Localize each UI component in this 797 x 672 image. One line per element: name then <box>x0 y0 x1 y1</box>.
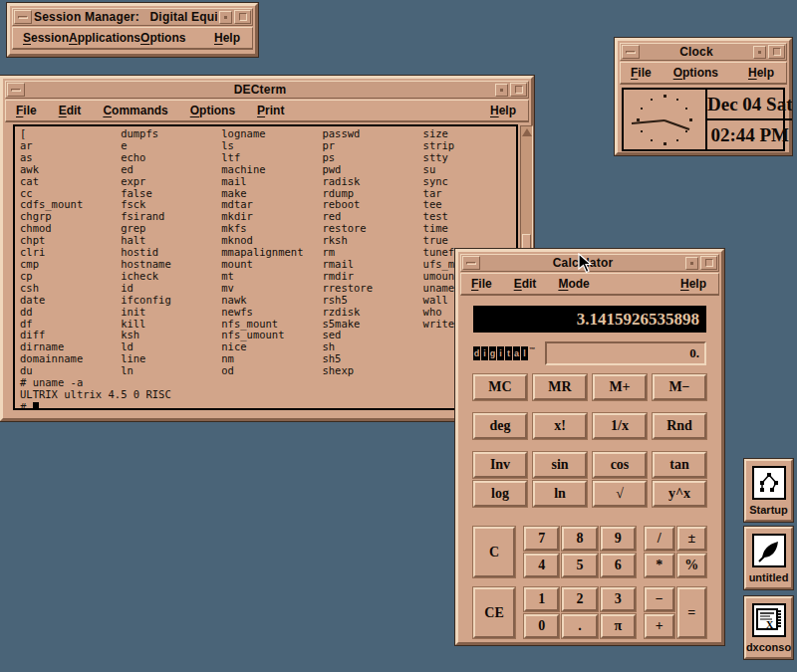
calculator-subdisplay: 0. <box>545 341 706 365</box>
calc-key-√[interactable]: √ <box>593 481 647 507</box>
terminal-text: [ dumpfs logname passwd size ar e ls pr … <box>15 126 516 410</box>
menu-item-help[interactable]: Help <box>214 31 240 45</box>
operators-top-grid: /±*% <box>645 527 706 577</box>
maximize-icon <box>705 259 713 267</box>
desktop-icon-startup[interactable]: Startup <box>744 459 793 522</box>
calc-key-M+[interactable]: M+ <box>593 374 647 400</box>
maximize-icon <box>515 86 523 94</box>
calc-key-1/x[interactable]: 1/x <box>593 413 647 439</box>
calc-key-5[interactable]: 5 <box>562 554 597 577</box>
calc-key-log[interactable]: log <box>473 481 527 507</box>
calc-key-4[interactable]: 4 <box>524 554 559 577</box>
menu-item-options[interactable]: Options <box>140 31 185 45</box>
maximize-icon <box>239 13 247 21</box>
digital-logo-letter: d <box>473 346 480 360</box>
startup-icon <box>752 466 786 500</box>
function-button-row: degx!1/xRnd <box>473 413 706 439</box>
menu-item-commands[interactable]: Commands <box>103 104 167 117</box>
window-menu-icon <box>626 51 636 54</box>
desktop-icon-untitled[interactable]: untitled <box>744 527 793 589</box>
calc-key-π[interactable]: π <box>601 614 636 638</box>
minimize-button[interactable] <box>685 257 698 270</box>
calc-key-M−[interactable]: M− <box>653 374 706 400</box>
calc-key-±[interactable]: ± <box>677 527 707 551</box>
calculator-display: 3.1415926535898 <box>473 306 706 333</box>
menu-item-file[interactable]: File <box>471 277 492 291</box>
calc-key-MC[interactable]: MC <box>473 374 527 400</box>
minimize-button[interactable] <box>219 11 232 24</box>
decterm-window: DECterm FileEditCommandsOptionsPrintHelp… <box>0 76 534 421</box>
digital-logo-letter: i <box>481 346 488 360</box>
menu-item-file[interactable]: File <box>16 104 37 117</box>
calculator-body: 3.1415926535898 digital ™ 0. MCMRM+M− de… <box>460 306 719 638</box>
calc-key-cos[interactable]: cos <box>593 452 647 478</box>
decterm-titlebar[interactable]: DECterm <box>5 81 529 99</box>
calc-key-%[interactable]: % <box>677 554 707 577</box>
operators-bottom-grid: −=+ <box>645 587 706 638</box>
calc-key-/[interactable]: / <box>645 527 674 551</box>
calc-key-+[interactable]: + <box>645 614 674 638</box>
calc-key-C[interactable]: C <box>473 527 515 577</box>
window-menu-button[interactable] <box>462 256 480 270</box>
calc-key-0[interactable]: 0 <box>524 614 559 638</box>
window-menu-button[interactable] <box>7 83 25 97</box>
digital-logo-letter: i <box>497 346 504 360</box>
calc-key-2[interactable]: 2 <box>562 587 597 611</box>
window-menu-button[interactable] <box>622 45 640 59</box>
minimize-button[interactable] <box>495 84 508 97</box>
calc-key-*[interactable]: * <box>645 554 674 577</box>
menu-item-options[interactable]: Options <box>673 66 718 80</box>
clock-time: 02:44 PM <box>707 120 792 149</box>
session-manager-window: Session Manager: Digital Equipment Sessi… <box>7 3 258 57</box>
session-manager-titlebar[interactable]: Session Manager: Digital Equipment <box>12 8 253 26</box>
maximize-button[interactable] <box>768 45 785 59</box>
calc-key-y^x[interactable]: y^x <box>653 481 706 507</box>
calc-key-Rnd[interactable]: Rnd <box>653 413 706 439</box>
menu-item-options[interactable]: Options <box>190 104 235 117</box>
menu-item-print[interactable]: Print <box>257 104 284 117</box>
digital-logo-letter: a <box>513 346 520 360</box>
menu-item-file[interactable]: File <box>631 66 652 80</box>
calc-key-MR[interactable]: MR <box>533 374 587 400</box>
minimize-icon <box>690 262 693 265</box>
decterm-menubar: FileEditCommandsOptionsPrintHelp <box>5 100 529 122</box>
scrollbar-up-icon[interactable] <box>522 128 532 136</box>
calc-key-x![interactable]: x! <box>533 413 587 439</box>
calc-key-tan[interactable]: tan <box>653 452 706 478</box>
clock-date: Dec 04 Sat <box>707 90 792 120</box>
menu-item-mode[interactable]: Mode <box>558 277 589 291</box>
menu-item-help[interactable]: Help <box>680 277 706 291</box>
calc-key-CE[interactable]: CE <box>473 587 515 638</box>
calc-key-Inv[interactable]: Inv <box>473 452 527 478</box>
menu-item-help[interactable]: Help <box>490 104 516 117</box>
calc-key-1[interactable]: 1 <box>524 587 559 611</box>
session-manager-title: Session Manager: Digital Equipment <box>34 10 217 24</box>
clock-menubar: FileOptionsHelp <box>620 62 787 85</box>
menu-item-session[interactable]: Session <box>23 31 69 45</box>
calc-key-7[interactable]: 7 <box>524 527 559 551</box>
menu-item-help[interactable]: Help <box>748 66 774 80</box>
minimize-button[interactable] <box>753 46 766 59</box>
calc-key-=[interactable]: = <box>677 587 707 638</box>
calc-key-6[interactable]: 6 <box>601 554 636 577</box>
desktop-icon-dxconsole[interactable]: X dxconso <box>744 596 793 659</box>
trademark-symbol: ™ <box>529 346 535 352</box>
terminal-screen[interactable]: [ dumpfs logname passwd size ar e ls pr … <box>13 124 518 410</box>
calc-key-9[interactable]: 9 <box>601 527 636 551</box>
calc-key-3[interactable]: 3 <box>601 587 636 611</box>
calc-key-.[interactable]: . <box>562 614 597 638</box>
menu-item-edit[interactable]: Edit <box>59 104 82 117</box>
menu-item-edit[interactable]: Edit <box>514 277 537 291</box>
window-menu-button[interactable] <box>14 10 32 24</box>
maximize-button[interactable] <box>700 256 717 270</box>
digital-logo-letter: l <box>521 346 528 360</box>
calc-key-sin[interactable]: sin <box>533 452 587 478</box>
calc-key-ln[interactable]: ln <box>533 481 587 507</box>
clock-titlebar[interactable]: Clock <box>620 43 787 61</box>
menu-item-applications[interactable]: Applications <box>69 31 140 45</box>
maximize-button[interactable] <box>510 83 527 97</box>
calc-key-8[interactable]: 8 <box>562 527 597 551</box>
calc-key-deg[interactable]: deg <box>473 413 527 439</box>
calc-key-−[interactable]: − <box>645 587 674 611</box>
maximize-button[interactable] <box>234 10 251 24</box>
